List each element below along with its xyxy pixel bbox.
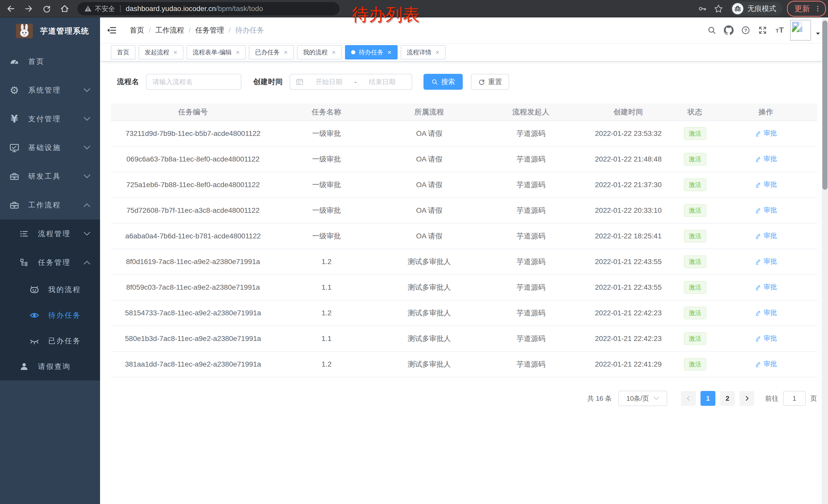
font-size-icon[interactable] <box>771 22 788 39</box>
sidebar-item-task-management[interactable]: 任务管理 <box>0 248 100 277</box>
search-icon[interactable] <box>703 22 720 39</box>
app-navbar: 首页 / 工作流程 / 任务管理 / 待办任务 <box>100 17 828 44</box>
browser-forward-button[interactable] <box>22 2 36 16</box>
browser-back-button[interactable] <box>4 2 18 16</box>
bookmark-star-icon[interactable] <box>711 2 726 16</box>
chevron-up-icon <box>84 203 90 207</box>
starter-cell: 芋道源码 <box>481 172 581 198</box>
sidebar-item-todo-tasks[interactable]: 待办任务 <box>0 303 100 328</box>
page-button-2[interactable]: 2 <box>720 391 735 406</box>
scrollbar-thumb[interactable] <box>822 20 827 190</box>
action-cell: 审批 <box>715 146 817 172</box>
approve-link[interactable]: 审批 <box>755 334 777 343</box>
tab-done-tasks[interactable]: 已办任务× <box>249 45 294 59</box>
breadcrumb-workflow[interactable]: 工作流程 <box>156 26 184 35</box>
sidebar-item-system-management[interactable]: ⚙ 系统管理 <box>0 76 100 104</box>
tab-process-form-edit[interactable]: 流程表单-编辑× <box>187 45 246 59</box>
breadcrumb-task-management[interactable]: 任务管理 <box>196 26 224 35</box>
sidebar-item-process-management[interactable]: 流程管理 <box>0 220 100 248</box>
approve-link[interactable]: 审批 <box>755 205 777 215</box>
chevron-down-icon <box>84 88 90 92</box>
tab-close-icon[interactable]: × <box>284 49 288 56</box>
status-cell: 激活 <box>675 146 715 172</box>
approve-link[interactable]: 审批 <box>755 308 777 317</box>
tab-close-icon[interactable]: × <box>387 49 391 56</box>
tab-close-icon[interactable]: × <box>173 49 177 56</box>
approve-link[interactable]: 审批 <box>755 231 777 240</box>
prev-page-button[interactable] <box>681 391 696 406</box>
sidebar-item-infrastructure[interactable]: 基础设施 <box>0 133 100 162</box>
incognito-badge[interactable]: 无痕模式 <box>731 2 782 16</box>
goto-page-input[interactable] <box>783 391 806 406</box>
browser-reload-button[interactable] <box>40 2 54 16</box>
browser-home-button[interactable] <box>57 2 72 16</box>
list-tree-icon <box>18 229 30 238</box>
tab-start-process[interactable]: 发起流程× <box>138 45 183 59</box>
sidebar-item-my-process[interactable]: 我的流程 <box>0 277 100 303</box>
breadcrumb: 首页 / 工作流程 / 任务管理 / 待办任务 <box>130 26 264 35</box>
breadcrumb-separator: / <box>149 26 151 34</box>
sidebar-item-dev-tools[interactable]: 研发工具 <box>0 162 100 191</box>
process-name-input[interactable] <box>146 74 241 90</box>
process-cell: 测试多审批人 <box>378 275 481 300</box>
fullscreen-icon[interactable] <box>754 22 771 39</box>
password-key-icon[interactable] <box>696 2 709 16</box>
next-page-button[interactable] <box>740 391 754 406</box>
avatar[interactable] <box>790 20 811 41</box>
process-cell: 测试多审批人 <box>378 352 481 377</box>
tab-todo-tasks[interactable]: 待办任务× <box>345 45 398 59</box>
page-scrollbar[interactable] <box>822 17 828 504</box>
page-button-1[interactable]: 1 <box>701 391 715 406</box>
tab-home[interactable]: 首页 <box>111 45 135 59</box>
status-badge: 激活 <box>684 281 706 293</box>
sidebar-item-workflow[interactable]: 工作流程 <box>0 191 100 220</box>
approve-link[interactable]: 审批 <box>755 359 777 368</box>
browser-chrome: 不安全 dashboard.yudao.iocoder.cn/bpm/task/… <box>0 0 828 17</box>
goto-unit-label: 页 <box>810 394 817 403</box>
table-row: 8f059c03-7ac8-11ec-a9e2-a2380e71991a 1.1… <box>111 275 817 300</box>
browser-menu-icon[interactable] <box>813 4 822 13</box>
search-icon <box>431 79 438 85</box>
date-range-input[interactable]: 开始日期 - 结束日期 <box>290 74 412 90</box>
task-name-cell: 一级审批 <box>275 198 378 223</box>
address-bar[interactable]: 不安全 dashboard.yudao.iocoder.cn/bpm/task/… <box>78 2 340 15</box>
workflow-submenu: 流程管理 任务管理 我的流程 待办任务 已办 <box>0 220 100 380</box>
breadcrumb-separator: / <box>189 26 191 34</box>
monitor-icon <box>9 143 20 152</box>
tab-close-icon[interactable]: × <box>236 49 240 56</box>
sidebar-item-payment-management[interactable]: ¥ 支付管理 <box>0 104 100 133</box>
browser-update-button[interactable]: 更新 <box>787 1 826 17</box>
approve-link[interactable]: 审批 <box>755 257 777 266</box>
tab-my-process[interactable]: 我的流程× <box>297 45 342 59</box>
approve-link[interactable]: 审批 <box>755 129 777 138</box>
github-icon[interactable] <box>720 22 737 39</box>
help-icon[interactable] <box>737 22 754 39</box>
pen-icon <box>755 155 761 162</box>
tab-close-icon[interactable]: × <box>436 49 440 56</box>
pagination: 共 16 条 10条/页 1 2 前往 页 <box>100 391 817 406</box>
approve-link[interactable]: 审批 <box>755 282 777 291</box>
tab-close-icon[interactable]: × <box>332 49 336 56</box>
avatar-caret-icon[interactable] <box>815 31 821 36</box>
broken-image-icon <box>792 21 802 32</box>
status-cell: 激活 <box>675 326 715 352</box>
approve-link[interactable]: 审批 <box>755 154 777 163</box>
sidebar-item-done-tasks[interactable]: 已办任务 <box>0 328 100 354</box>
reset-button[interactable]: 重置 <box>471 74 509 90</box>
app-title: 芋道管理系统 <box>40 26 89 36</box>
tab-process-detail[interactable]: 流程详情× <box>401 45 446 59</box>
chevron-down-icon <box>84 232 90 236</box>
approve-link[interactable]: 审批 <box>755 180 777 189</box>
page-size-select[interactable]: 10条/页 <box>618 391 667 406</box>
create-time-cell: 2022-01-21 22:43:55 <box>581 275 675 300</box>
process-cell: 测试多审批人 <box>378 249 481 275</box>
search-button[interactable]: 搜索 <box>423 74 463 90</box>
starter-cell: 芋道源码 <box>481 249 581 275</box>
sidebar-item-leave-query[interactable]: 请假查询 <box>0 354 100 379</box>
sidebar-fold-icon[interactable] <box>107 26 117 35</box>
action-cell: 审批 <box>715 198 817 223</box>
breadcrumb-home[interactable]: 首页 <box>130 26 144 35</box>
filter-bar: 流程名 创建时间 开始日期 - 结束日期 搜索 重置 <box>100 61 828 90</box>
sidebar-item-home[interactable]: 首页 <box>0 47 100 76</box>
starter-cell: 芋道源码 <box>481 300 581 326</box>
